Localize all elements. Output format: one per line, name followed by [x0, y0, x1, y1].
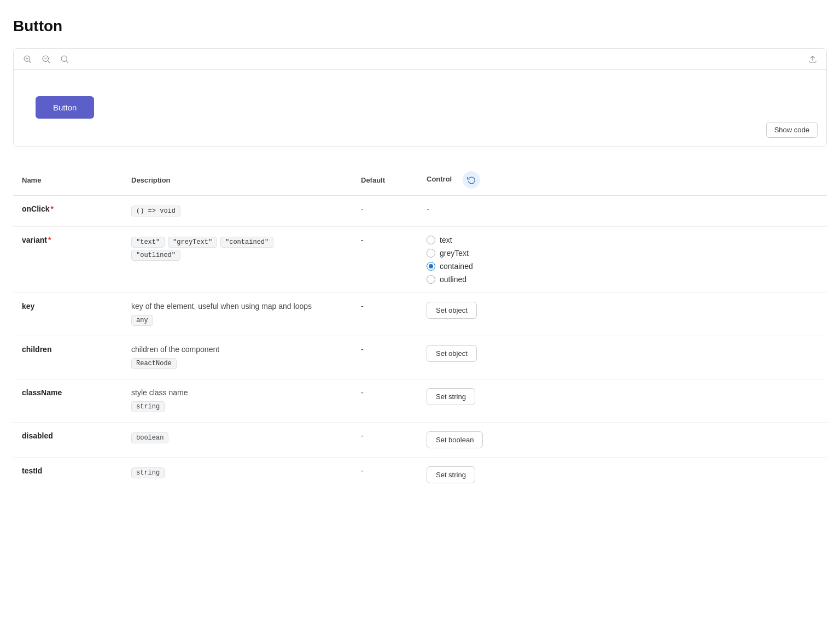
prop-default-children: - — [352, 336, 418, 379]
radio-item-text[interactable]: text — [427, 236, 818, 244]
svg-line-6 — [48, 61, 49, 62]
prop-default-variant: - — [352, 227, 418, 293]
reset-controls-button[interactable] — [463, 171, 480, 189]
radio-item-greytext[interactable]: greyText — [427, 249, 818, 257]
table-row: className style class name string - Set … — [13, 379, 827, 423]
prop-desc-variant: "text" "greyText" "contained" "outlined" — [122, 227, 352, 293]
prop-name-testid: testId — [13, 458, 122, 493]
prop-control-key[interactable]: Set object — [418, 293, 827, 336]
control-label: Control — [427, 175, 452, 183]
radio-item-outlined[interactable]: outlined — [427, 275, 818, 284]
col-header-control: Control — [418, 165, 827, 196]
prop-desc-onclick: () => void — [122, 196, 352, 227]
preview-toolbar — [14, 49, 826, 70]
table-row: onClick* () => void - - — [13, 196, 827, 227]
prop-default-key: - — [352, 293, 418, 336]
radio-circle-greytext — [427, 249, 435, 257]
table-row: key key of the element, useful when usin… — [13, 293, 827, 336]
export-icon[interactable] — [808, 54, 818, 64]
table-row: testId string - Set string — [13, 458, 827, 493]
radio-circle-text — [427, 236, 435, 244]
zoom-out-icon[interactable] — [41, 54, 51, 64]
prop-name-disabled: disabled — [13, 423, 122, 458]
show-code-button[interactable]: Show code — [766, 122, 818, 138]
prop-control-testid[interactable]: Set string — [418, 458, 827, 493]
radio-item-contained[interactable]: contained — [427, 262, 818, 271]
preview-content: Button Show code — [14, 70, 826, 147]
demo-button[interactable]: Button — [36, 96, 94, 119]
prop-desc-children: children of the component ReactNode — [122, 336, 352, 379]
col-header-name: Name — [13, 165, 122, 196]
set-boolean-button-disabled[interactable]: Set boolean — [427, 431, 483, 448]
prop-desc-testid: string — [122, 458, 352, 493]
prop-desc-key: key of the element, useful when using ma… — [122, 293, 352, 336]
set-string-button-classname[interactable]: Set string — [427, 388, 475, 405]
svg-line-3 — [29, 61, 31, 62]
prop-desc-disabled: boolean — [122, 423, 352, 458]
set-object-button-key[interactable]: Set object — [427, 302, 477, 319]
page-title: Button — [13, 17, 827, 35]
table-row: disabled boolean - Set boolean — [13, 423, 827, 458]
table-header-row: Name Description Default Control — [13, 165, 827, 196]
set-object-button-children[interactable]: Set object — [427, 345, 477, 362]
radio-circle-contained — [427, 262, 435, 271]
col-header-description: Description — [122, 165, 352, 196]
svg-line-8 — [66, 61, 68, 62]
table-row: variant* "text" "greyText" "contained" "… — [13, 227, 827, 293]
prop-control-variant: text greyText contained outline — [418, 227, 827, 293]
reset-zoom-icon[interactable] — [60, 54, 69, 64]
radio-circle-outlined — [427, 275, 435, 284]
prop-name-children: children — [13, 336, 122, 379]
prop-name-onclick: onClick* — [13, 196, 122, 227]
prop-name-classname: className — [13, 379, 122, 423]
toolbar-left — [22, 54, 69, 64]
zoom-in-icon[interactable] — [22, 54, 32, 64]
table-row: children children of the component React… — [13, 336, 827, 379]
prop-default-disabled: - — [352, 423, 418, 458]
variant-radio-group: text greyText contained outline — [427, 236, 818, 284]
radio-inner-contained — [429, 264, 433, 268]
prop-control-children[interactable]: Set object — [418, 336, 827, 379]
prop-control-disabled[interactable]: Set boolean — [418, 423, 827, 458]
set-string-button-testid[interactable]: Set string — [427, 466, 475, 483]
prop-name-variant: variant* — [13, 227, 122, 293]
prop-control-onclick: - — [418, 196, 827, 227]
props-table: Name Description Default Control onClick… — [13, 165, 827, 492]
prop-name-key: key — [13, 293, 122, 336]
preview-panel: Button Show code — [13, 48, 827, 147]
svg-point-7 — [61, 56, 67, 62]
prop-default-testid: - — [352, 458, 418, 493]
prop-default-onclick: - — [352, 196, 418, 227]
prop-control-classname[interactable]: Set string — [418, 379, 827, 423]
prop-desc-classname: style class name string — [122, 379, 352, 423]
prop-default-classname: - — [352, 379, 418, 423]
col-header-default: Default — [352, 165, 418, 196]
